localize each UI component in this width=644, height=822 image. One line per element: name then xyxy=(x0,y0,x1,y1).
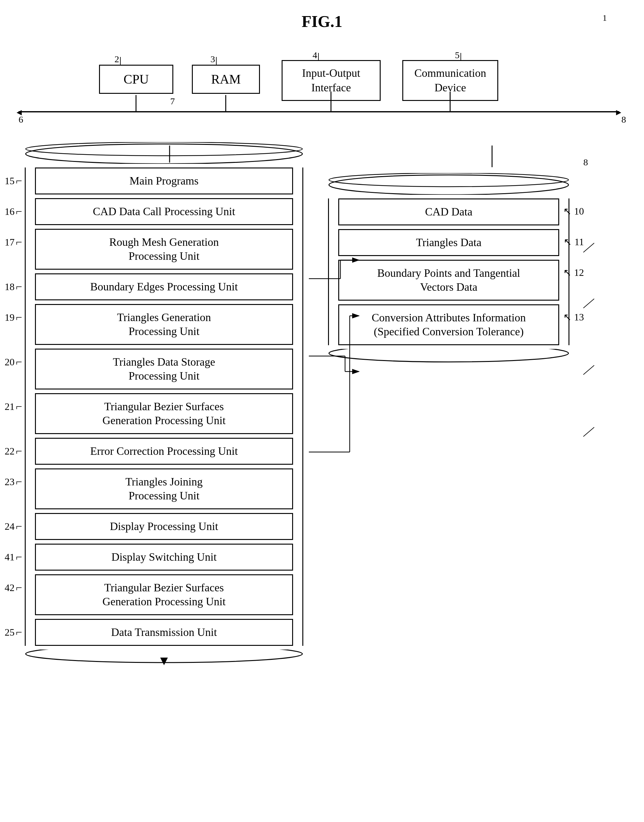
ref-label-42: 42⌐ xyxy=(5,581,22,594)
ref-label-13: ↖ 13 xyxy=(563,311,584,323)
cad-data-label: CAD Data xyxy=(425,206,472,218)
cpu-box: CPU xyxy=(99,65,173,94)
left-cyl-body: 15⌐ Main Programs 16⌐ CAD Data Call Proc… xyxy=(25,167,303,646)
ref-4: 4 xyxy=(313,50,317,60)
module-data-transmission: Data Transmission Unit xyxy=(35,619,293,646)
io-label: Input-OutputInterface xyxy=(302,67,360,94)
ref-label-12: ↖ 12 xyxy=(563,267,584,278)
module-main-programs: Main Programs xyxy=(35,167,293,194)
ref-2: 2 xyxy=(115,54,119,65)
module-triangles-storage: Triangles Data StorageProcessing Unit xyxy=(35,349,293,389)
ref-7: 7 xyxy=(170,96,175,106)
module-row-25: 25⌐ Data Transmission Unit xyxy=(32,619,296,646)
triangles-data-label: Triangles Data xyxy=(416,236,481,249)
down-arrow: ▼ xyxy=(158,653,170,668)
module-row-22: 22⌐ Error Correction Processing Unit xyxy=(32,438,296,465)
triangles-gen-label: Triangles GenerationProcessing Unit xyxy=(117,311,211,338)
module-row-15: 15⌐ Main Programs xyxy=(32,167,296,194)
ram-label: RAM xyxy=(211,72,241,86)
module-triangles-data: Triangles Data xyxy=(338,229,559,256)
right-cyl-body: ↖ 10 CAD Data ↖ 11 Triangles Data xyxy=(328,198,569,345)
ref-label-41: 41⌐ xyxy=(5,550,22,564)
module-row-18: 18⌐ Boundary Edges Processing Unit xyxy=(32,273,296,300)
ref-label-17: 17⌐ xyxy=(5,236,22,249)
module-triangles-joining: Triangles JoiningProcessing Unit xyxy=(35,469,293,509)
module-row-20: 20⌐ Triangles Data StorageProcessing Uni… xyxy=(32,349,296,389)
module-row-19: 19⌐ Triangles GenerationProcessing Unit xyxy=(32,304,296,345)
svg-point-5 xyxy=(329,349,569,362)
ref-label-20: 20⌐ xyxy=(5,355,22,369)
hardware-section: CPU 2 RAM 3 Input-OutputInterface 4 Comm… xyxy=(0,40,644,139)
right-cylinder: 8 ↖ 10 CAD Data xyxy=(328,173,569,665)
module-bezier-gen-1: Triangular Bezier SurfacesGeneration Pro… xyxy=(35,393,293,434)
boundary-points-label: Boundary Points and TangentialVectors Da… xyxy=(377,267,520,293)
error-correction-label: Error Correction Processing Unit xyxy=(90,445,238,457)
module-row-41: 41⌐ Display Switching Unit xyxy=(32,544,296,571)
ref-8: 8 xyxy=(583,157,588,167)
boundary-edges-label: Boundary Edges Processing Unit xyxy=(90,281,238,293)
ref-label-19: 19⌐ xyxy=(5,311,22,324)
comm-label: CommunicationDevice xyxy=(414,67,486,94)
ref-label-24: 24⌐ xyxy=(5,520,22,533)
module-row-13: ↖ 13 Conversion Attributes Information(S… xyxy=(335,304,562,345)
cad-call-label: CAD Data Call Processing Unit xyxy=(93,205,235,218)
ref-label-25: 25⌐ xyxy=(5,626,22,639)
module-rough-mesh: Rough Mesh GenerationProcessing Unit xyxy=(35,229,293,270)
right-cyl-bottom-svg xyxy=(328,349,569,364)
module-row-11: ↖ 11 Triangles Data xyxy=(335,229,562,256)
display-switching-label: Display Switching Unit xyxy=(111,551,217,563)
triangles-storage-label: Triangles Data StorageProcessing Unit xyxy=(113,356,215,382)
rough-mesh-label: Rough Mesh GenerationProcessing Unit xyxy=(109,236,219,262)
triangles-joining-label: Triangles JoiningProcessing Unit xyxy=(125,476,203,502)
bezier-gen-2-label: Triangular Bezier SurfacesGeneration Pro… xyxy=(103,581,225,608)
main-programs-label: Main Programs xyxy=(130,175,199,187)
module-row-42: 42⌐ Triangular Bezier SurfacesGeneration… xyxy=(32,574,296,615)
module-row-23: 23⌐ Triangles JoiningProcessing Unit xyxy=(32,469,296,509)
module-display-switching: Display Switching Unit xyxy=(35,544,293,571)
ref-label-21: 21⌐ xyxy=(5,400,22,413)
module-error-correction: Error Correction Processing Unit xyxy=(35,438,293,465)
ref-6: 6 xyxy=(18,114,23,125)
left-cylinder: 15⌐ Main Programs 16⌐ CAD Data Call Proc… xyxy=(25,142,303,665)
page-title: FIG.1 xyxy=(0,0,644,31)
bus-line xyxy=(18,111,619,112)
module-conversion-attr: Conversion Attributes Information(Specif… xyxy=(338,304,559,345)
ref-label-16: 16⌐ xyxy=(5,205,22,218)
module-cad-call: CAD Data Call Processing Unit xyxy=(35,198,293,225)
data-transmission-label: Data Transmission Unit xyxy=(111,626,217,638)
bezier-gen-1-label: Triangular Bezier SurfacesGeneration Pro… xyxy=(103,400,225,427)
module-bezier-gen-2: Triangular Bezier SurfacesGeneration Pro… xyxy=(35,574,293,615)
ref-label-11: ↖ 11 xyxy=(564,236,584,248)
ref-label-22: 22⌐ xyxy=(5,445,22,458)
module-row-10: ↖ 10 CAD Data xyxy=(335,198,562,225)
ref-5: 5 xyxy=(455,50,460,60)
ram-box: RAM xyxy=(192,65,260,94)
module-boundary-points: Boundary Points and TangentialVectors Da… xyxy=(338,260,559,301)
ref-label-10: ↖ 10 xyxy=(563,205,584,217)
right-cyl-top-svg xyxy=(328,173,569,195)
cpu-label: CPU xyxy=(123,72,149,86)
module-display-proc: Display Processing Unit xyxy=(35,513,293,540)
module-triangles-gen: Triangles GenerationProcessing Unit xyxy=(35,304,293,345)
ref-label-18: 18⌐ xyxy=(5,280,22,293)
conversion-attr-label: Conversion Attributes Information(Specif… xyxy=(372,312,526,338)
module-row-16: 16⌐ CAD Data Call Processing Unit xyxy=(32,198,296,225)
display-proc-label: Display Processing Unit xyxy=(110,520,218,533)
ref-label-23: 23⌐ xyxy=(5,475,22,488)
module-row-12: ↖ 12 Boundary Points and TangentialVecto… xyxy=(335,260,562,301)
left-cyl-top-svg xyxy=(25,142,303,164)
module-row-21: 21⌐ Triangular Bezier SurfacesGeneration… xyxy=(32,393,296,434)
module-row-24: 24⌐ Display Processing Unit xyxy=(32,513,296,540)
cylinders-area: 15⌐ Main Programs 16⌐ CAD Data Call Proc… xyxy=(0,142,644,665)
module-cad-data: CAD Data xyxy=(338,198,559,225)
ref-3: 3 xyxy=(210,54,215,65)
module-row-17: 17⌐ Rough Mesh GenerationProcessing Unit xyxy=(32,229,296,270)
ref-label-15: 15⌐ xyxy=(5,174,22,187)
ref-8-bus: 8 xyxy=(621,114,626,125)
module-boundary-edges: Boundary Edges Processing Unit xyxy=(35,273,293,300)
ref-1: 1 xyxy=(603,13,607,28)
